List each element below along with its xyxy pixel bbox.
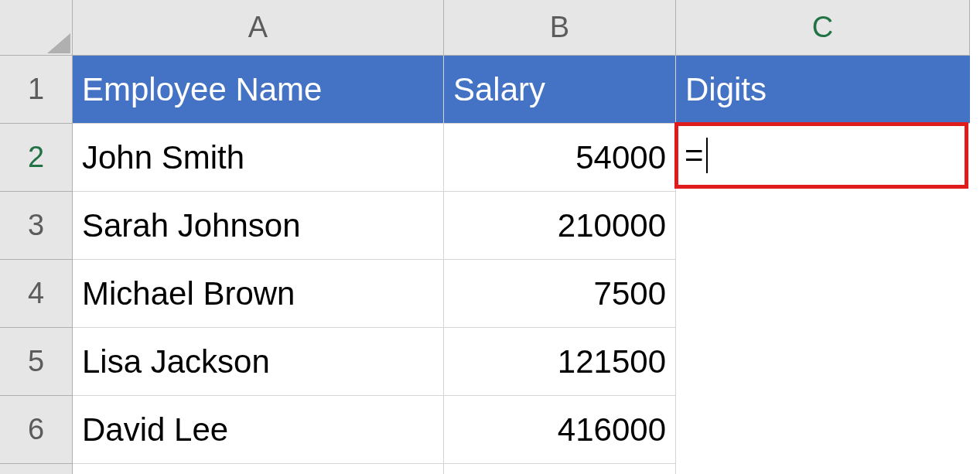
cell-B5[interactable]: 121500 — [444, 328, 676, 396]
cell-B1[interactable]: Salary — [444, 56, 676, 124]
cell-A1[interactable]: Employee Name — [73, 56, 444, 124]
row-header-2[interactable]: 2 — [0, 124, 73, 192]
cell-C1[interactable]: Digits — [676, 56, 970, 124]
cell-C6[interactable] — [676, 396, 970, 464]
row-header-4[interactable]: 4 — [0, 260, 73, 328]
cell-A6[interactable]: David Lee — [73, 396, 444, 464]
cell-C2-active[interactable]: = — [674, 122, 968, 189]
cell-C2-content: = — [685, 137, 704, 174]
cell-B2[interactable]: 54000 — [444, 124, 676, 192]
row-header-7[interactable]: 7 — [0, 464, 73, 474]
cell-A5[interactable]: Lisa Jackson — [73, 328, 444, 396]
cell-A2[interactable]: John Smith — [73, 124, 444, 192]
row-header-5[interactable]: 5 — [0, 328, 73, 396]
row-header-1[interactable]: 1 — [0, 56, 73, 124]
column-header-B[interactable]: B — [444, 0, 676, 56]
cursor-icon — [706, 138, 708, 173]
column-header-A[interactable]: A — [73, 0, 444, 56]
row-header-6[interactable]: 6 — [0, 396, 73, 464]
cell-B4[interactable]: 7500 — [444, 260, 676, 328]
cell-A7[interactable]: Emily Davis — [73, 464, 444, 474]
row-header-3[interactable]: 3 — [0, 192, 73, 260]
cell-A3[interactable]: Sarah Johnson — [73, 192, 444, 260]
cell-A4[interactable]: Michael Brown — [73, 260, 444, 328]
select-all-corner[interactable] — [0, 0, 73, 56]
cell-B3[interactable]: 210000 — [444, 192, 676, 260]
column-header-C[interactable]: C — [676, 0, 970, 56]
cell-B6[interactable]: 416000 — [444, 396, 676, 464]
cell-C4[interactable] — [676, 260, 970, 328]
cell-C2-container: = — [676, 124, 970, 192]
select-all-triangle-icon — [47, 33, 70, 53]
spreadsheet-grid: A B C 1 Employee Name Salary Digits 2 Jo… — [0, 0, 980, 474]
cell-C7[interactable] — [676, 464, 970, 474]
cell-C3[interactable] — [676, 192, 970, 260]
cell-B7[interactable]: 854300 — [444, 464, 676, 474]
cell-C5[interactable] — [676, 328, 970, 396]
